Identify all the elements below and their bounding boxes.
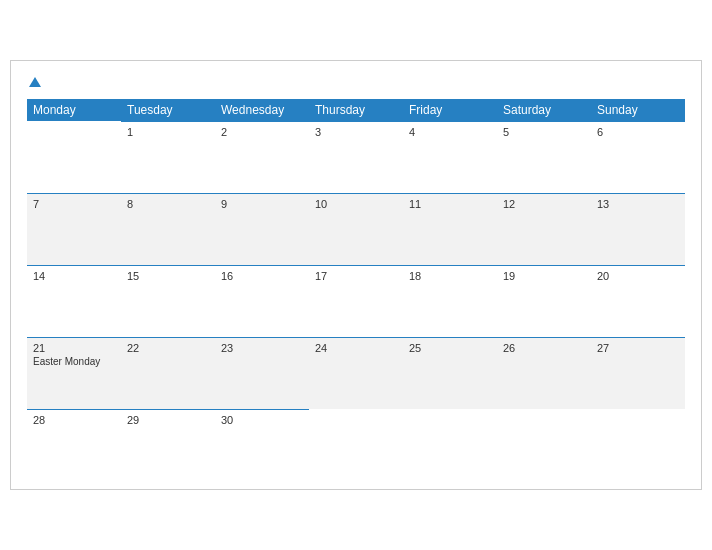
day-number: 2 (221, 126, 303, 138)
weekday-header-saturday: Saturday (497, 99, 591, 122)
calendar-cell: 28 (27, 409, 121, 481)
calendar-cell (309, 409, 403, 481)
weekday-header-wednesday: Wednesday (215, 99, 309, 122)
calendar-cell: 26 (497, 337, 591, 409)
weekday-header-tuesday: Tuesday (121, 99, 215, 122)
calendar-cell: 19 (497, 265, 591, 337)
day-number: 30 (221, 414, 303, 426)
day-number: 25 (409, 342, 491, 354)
calendar-cell: 16 (215, 265, 309, 337)
calendar-cell: 3 (309, 121, 403, 193)
logo-triangle-icon (29, 77, 41, 87)
calendar-cell: 23 (215, 337, 309, 409)
day-number: 7 (33, 198, 115, 210)
day-number: 13 (597, 198, 679, 210)
calendar-cell: 14 (27, 265, 121, 337)
day-number: 19 (503, 270, 585, 282)
week-row-3: 14151617181920 (27, 265, 685, 337)
calendar-grid: MondayTuesdayWednesdayThursdayFridaySatu… (27, 99, 685, 482)
day-number: 15 (127, 270, 209, 282)
calendar-cell (27, 121, 121, 193)
week-row-1: 123456 (27, 121, 685, 193)
day-number: 17 (315, 270, 397, 282)
day-number: 6 (597, 126, 679, 138)
day-number: 18 (409, 270, 491, 282)
day-number: 24 (315, 342, 397, 354)
calendar-cell: 8 (121, 193, 215, 265)
calendar-cell: 30 (215, 409, 309, 481)
day-number: 12 (503, 198, 585, 210)
calendar-cell: 29 (121, 409, 215, 481)
calendar-cell (591, 409, 685, 481)
calendar-cell: 5 (497, 121, 591, 193)
day-number: 21 (33, 342, 115, 354)
logo (27, 77, 41, 87)
weekday-header-friday: Friday (403, 99, 497, 122)
day-number: 5 (503, 126, 585, 138)
calendar-cell (403, 409, 497, 481)
calendar-cell: 4 (403, 121, 497, 193)
calendar-cell: 6 (591, 121, 685, 193)
calendar-cell: 27 (591, 337, 685, 409)
calendar-cell: 7 (27, 193, 121, 265)
calendar-cell: 10 (309, 193, 403, 265)
weekday-header-row: MondayTuesdayWednesdayThursdayFridaySatu… (27, 99, 685, 122)
calendar-cell: 24 (309, 337, 403, 409)
day-number: 23 (221, 342, 303, 354)
day-number: 1 (127, 126, 209, 138)
day-number: 3 (315, 126, 397, 138)
day-number: 11 (409, 198, 491, 210)
calendar-cell: 22 (121, 337, 215, 409)
calendar-cell: 13 (591, 193, 685, 265)
calendar-cell: 21Easter Monday (27, 337, 121, 409)
day-number: 4 (409, 126, 491, 138)
day-number: 22 (127, 342, 209, 354)
calendar-cell: 2 (215, 121, 309, 193)
calendar-container: MondayTuesdayWednesdayThursdayFridaySatu… (10, 60, 702, 491)
weekday-header-thursday: Thursday (309, 99, 403, 122)
calendar-cell (497, 409, 591, 481)
day-number: 16 (221, 270, 303, 282)
day-number: 10 (315, 198, 397, 210)
calendar-cell: 9 (215, 193, 309, 265)
day-number: 8 (127, 198, 209, 210)
week-row-2: 78910111213 (27, 193, 685, 265)
weekday-header-sunday: Sunday (591, 99, 685, 122)
day-number: 20 (597, 270, 679, 282)
calendar-cell: 11 (403, 193, 497, 265)
weekday-header-monday: Monday (27, 99, 121, 122)
calendar-cell: 20 (591, 265, 685, 337)
calendar-header (27, 77, 685, 87)
calendar-cell: 1 (121, 121, 215, 193)
calendar-cell: 25 (403, 337, 497, 409)
calendar-cell: 17 (309, 265, 403, 337)
day-number: 29 (127, 414, 209, 426)
week-row-4: 21Easter Monday222324252627 (27, 337, 685, 409)
day-number: 26 (503, 342, 585, 354)
day-number: 9 (221, 198, 303, 210)
day-number: 14 (33, 270, 115, 282)
day-number: 28 (33, 414, 115, 426)
day-event: Easter Monday (33, 356, 115, 367)
calendar-cell: 18 (403, 265, 497, 337)
calendar-cell: 12 (497, 193, 591, 265)
calendar-cell: 15 (121, 265, 215, 337)
day-number: 27 (597, 342, 679, 354)
week-row-5: 282930 (27, 409, 685, 481)
